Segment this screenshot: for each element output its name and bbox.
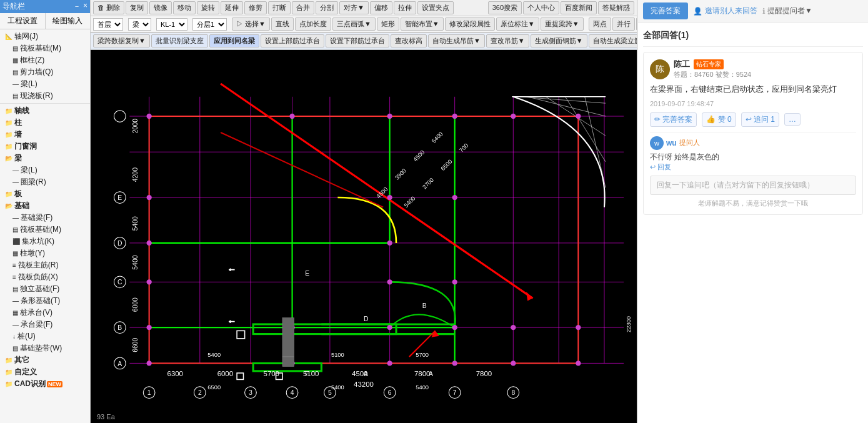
svg-point-57 xyxy=(576,325,581,330)
svg-text:D: D xyxy=(117,240,122,247)
sidebar-item-raft-main[interactable]: ≡筏板主筋(R) xyxy=(0,259,90,271)
btn-batch-id-support[interactable]: 批量识别梁支座 xyxy=(151,34,208,47)
sidebar-group-pillar[interactable]: 📁柱 xyxy=(0,117,90,129)
btn-copy[interactable]: 复制 xyxy=(126,1,148,14)
btn-set-bot-over[interactable]: 设置下部筋过承台 xyxy=(326,34,389,47)
btn-360search[interactable]: 360搜索 xyxy=(488,1,522,14)
sidebar-group-beam[interactable]: 📂梁 xyxy=(0,152,90,164)
svg-point-48 xyxy=(387,241,392,246)
svg-point-55 xyxy=(452,325,457,330)
sidebar-item-sump[interactable]: ⬛集水坑(K) xyxy=(0,236,90,247)
sidebar-group-custom[interactable]: 📁自定义 xyxy=(0,366,90,378)
layer-select[interactable]: 分层1 xyxy=(192,18,227,31)
sidebar-item-raft-neg[interactable]: ≡筏板负筋(X) xyxy=(0,271,90,283)
svg-rect-124 xyxy=(282,357,294,367)
sidebar-group-foundation[interactable]: 📂基础 xyxy=(0,200,90,212)
btn-delete[interactable]: 🗑 删除 xyxy=(93,1,124,14)
sidebar-drawing-input[interactable]: 绘图输入 xyxy=(46,13,91,29)
sidebar-settings[interactable]: 工程设置 xyxy=(0,13,46,29)
btn-stretch[interactable]: 拉伸 xyxy=(394,1,416,14)
sidebar-group-wall[interactable]: 📁墙 xyxy=(0,129,90,141)
btn-check-elev[interactable]: 查改标高 xyxy=(391,34,427,47)
svg-point-41 xyxy=(452,114,457,119)
sidebar-item-column-cap[interactable]: ▦柱墩(Y) xyxy=(0,247,90,259)
sidebar-item-raft2[interactable]: ▤筏板基础(M) xyxy=(0,224,90,236)
right-top-bar: 完善答案 👤 邀请别人来回答 ℹ 提醒提问者▼ xyxy=(638,0,868,22)
btn-break[interactable]: 打断 xyxy=(268,1,291,14)
btn-line[interactable]: 直线 xyxy=(271,17,294,31)
btn-move[interactable]: 移动 xyxy=(173,1,196,14)
sidebar-item-axis[interactable]: 📐轴网(J) xyxy=(0,31,90,42)
svg-text:4: 4 xyxy=(291,389,294,396)
btn-remind[interactable]: 提醒提问者▼ xyxy=(767,6,812,16)
sidebar-item-found-pad[interactable]: ▤基础垫带(W) xyxy=(0,342,90,354)
sidebar-item-indep-found[interactable]: ▤独立基础(F) xyxy=(0,283,90,295)
sidebar-group-other[interactable]: 📁其它 xyxy=(0,354,90,366)
btn-offset[interactable]: 偏移 xyxy=(370,1,392,14)
btn-select[interactable]: ▷ 选择▼ xyxy=(232,17,270,31)
btn-check-hanger[interactable]: 查改吊筋▼ xyxy=(486,34,529,47)
btn-arc[interactable]: 三点画弧▼ xyxy=(332,17,376,31)
btn-more-action[interactable]: … xyxy=(784,113,801,126)
btn-like[interactable]: 👍 赞 0 xyxy=(702,112,736,127)
sidebar-group-board[interactable]: 📁板 xyxy=(0,188,90,200)
svg-text:B: B xyxy=(422,302,427,309)
sidebar-item-found-beam[interactable]: —基础梁(F) xyxy=(0,212,90,224)
element-select[interactable]: 梁 xyxy=(128,18,151,31)
sidebar-item-raft[interactable]: ▤筏板基础(M) xyxy=(0,42,90,54)
sidebar-item-column[interactable]: ▦框柱(Z) xyxy=(0,54,90,66)
sidebar-group-door[interactable]: 📁门窗洞 xyxy=(0,141,90,152)
sidebar-item-beam[interactable]: —梁(L) xyxy=(0,78,90,90)
sidebar-item-cap-beam[interactable]: —承台梁(F) xyxy=(0,319,90,331)
btn-twopoint[interactable]: 两点 xyxy=(589,17,611,31)
sidebar-group-axis[interactable]: 📁轴线 xyxy=(0,105,90,117)
btn-split[interactable]: 分割 xyxy=(316,1,338,14)
nav-close[interactable]: × xyxy=(83,1,87,12)
btn-align[interactable]: 对齐▼ xyxy=(339,1,369,14)
btn-improve-answer[interactable]: ✏ 完善答案 xyxy=(650,112,697,127)
btn-invite[interactable]: 邀请别人来回答 xyxy=(705,6,757,16)
sidebar-item-beam-l[interactable]: —梁(L) xyxy=(0,164,90,176)
btn-profile[interactable]: 个人中心 xyxy=(523,1,559,14)
btn-extend[interactable]: 延伸 xyxy=(221,1,243,14)
btn-trim[interactable]: 修剪 xyxy=(244,1,267,14)
nav-minimize[interactable]: － xyxy=(73,1,81,12)
btn-merge[interactable]: 合并 xyxy=(292,1,314,14)
floor-select[interactable]: 首层 xyxy=(93,18,123,31)
author-badge: 钻石专家 xyxy=(694,59,724,69)
svg-text:6300: 6300 xyxy=(167,370,183,377)
sidebar-item-strip-found[interactable]: —条形基础(T) xyxy=(0,295,90,307)
btn-news[interactable]: 百度新闻 xyxy=(561,1,597,14)
btn-apply-same[interactable]: 应用到同名梁 xyxy=(209,34,259,47)
btn-rect[interactable]: 矩形 xyxy=(377,17,399,31)
btn-copy-span[interactable]: 梁跨数据复制▼ xyxy=(93,34,150,47)
btn-parallel[interactable]: 并行 xyxy=(612,17,635,31)
beam-type-select[interactable]: KL-1 xyxy=(156,18,187,31)
btn-side-bar[interactable]: 生成侧面钢筋▼ xyxy=(531,34,587,47)
btn-mark[interactable]: 原位标注▼ xyxy=(496,17,539,31)
sidebar-item-shearwall[interactable]: ▤剪力墙(Q) xyxy=(0,66,90,78)
btn-mod-seg[interactable]: 修改梁段属性 xyxy=(445,17,495,31)
svg-text:5100: 5100 xyxy=(331,352,344,358)
sidebar-group-cad[interactable]: 📁CAD识别NEW xyxy=(0,378,90,390)
sidebar-item-pile[interactable]: ↓桩(U) xyxy=(0,331,90,342)
sidebar-item-ring-beam[interactable]: —圈梁(R) xyxy=(0,176,90,188)
btn-grip[interactable]: 设置夹点 xyxy=(417,1,454,14)
reply-prompt[interactable]: 回复一下追问吧（请点对方留下的回复按钮哦） xyxy=(650,176,856,195)
btn-auto-hanger[interactable]: 自动生成吊筋▼ xyxy=(428,34,485,47)
btn-respan[interactable]: 重提梁跨▼ xyxy=(541,17,584,31)
btn-point-len[interactable]: 点加长度 xyxy=(295,17,331,31)
svg-text:5700: 5700 xyxy=(416,352,429,358)
btn-smart[interactable]: 智能布置▼ xyxy=(401,17,444,31)
btn-set-top-over[interactable]: 设置上部筋过承台 xyxy=(261,34,324,47)
sidebar-item-pile-cap[interactable]: ▦桩承台(V) xyxy=(0,307,90,319)
btn-followup[interactable]: ↩ 追问 1 xyxy=(741,112,779,127)
btn-mirror[interactable]: 镜像 xyxy=(149,1,172,14)
btn-qna[interactable]: 答疑解惑 xyxy=(598,1,634,14)
cad-canvas[interactable]: 6300 6000 5700 5100 4500 7800 7800 43200 xyxy=(91,50,637,423)
sidebar-item-slab[interactable]: ▤现浇板(R) xyxy=(0,90,90,102)
btn-rotate[interactable]: 旋转 xyxy=(197,1,219,14)
btn-complete-answer[interactable]: 完善答案 xyxy=(643,2,688,19)
btn-auto-vert[interactable]: 自动生成梁立筋 xyxy=(589,34,637,47)
btn-reply[interactable]: ↩ 回复 xyxy=(650,163,671,171)
